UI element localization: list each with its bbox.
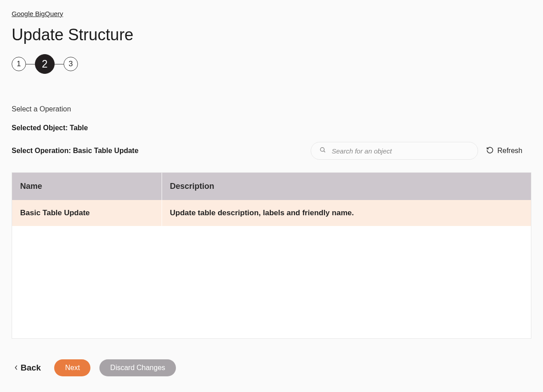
search-box[interactable]	[311, 142, 478, 160]
svg-point-0	[321, 148, 325, 152]
footer-actions: Back Next Discard Changes	[12, 359, 531, 376]
breadcrumb-link[interactable]: Google BigQuery	[12, 10, 63, 17]
selected-object-label: Selected Object: Table	[12, 124, 531, 132]
step-connector	[26, 64, 35, 64]
stepper: 1 2 3	[12, 54, 531, 74]
step-3[interactable]: 3	[64, 57, 78, 71]
section-heading: Select a Operation	[12, 105, 531, 113]
back-button[interactable]: Back	[14, 363, 41, 373]
discard-changes-button[interactable]: Discard Changes	[99, 359, 176, 376]
cell-description: Update table description, labels and fri…	[162, 200, 531, 226]
chevron-left-icon	[14, 363, 18, 373]
svg-line-1	[324, 151, 325, 152]
search-icon	[319, 146, 326, 155]
refresh-icon	[486, 146, 494, 156]
refresh-label: Refresh	[497, 147, 522, 155]
operations-table: Name Description Basic Table Update Upda…	[12, 173, 531, 226]
step-2-active[interactable]: 2	[35, 54, 55, 74]
step-1[interactable]: 1	[12, 57, 26, 71]
back-label: Back	[21, 363, 41, 373]
operations-table-container: Name Description Basic Table Update Upda…	[12, 172, 531, 339]
step-connector	[55, 64, 64, 64]
search-input[interactable]	[332, 147, 470, 155]
refresh-button[interactable]: Refresh	[486, 146, 531, 156]
select-operation-label: Select Operation: Basic Table Update	[12, 147, 138, 155]
table-row[interactable]: Basic Table Update Update table descript…	[12, 200, 531, 226]
column-header-name: Name	[12, 173, 162, 200]
cell-name: Basic Table Update	[12, 200, 162, 226]
next-button[interactable]: Next	[54, 359, 90, 376]
page-title: Update Structure	[12, 26, 531, 44]
column-header-description: Description	[162, 173, 531, 200]
